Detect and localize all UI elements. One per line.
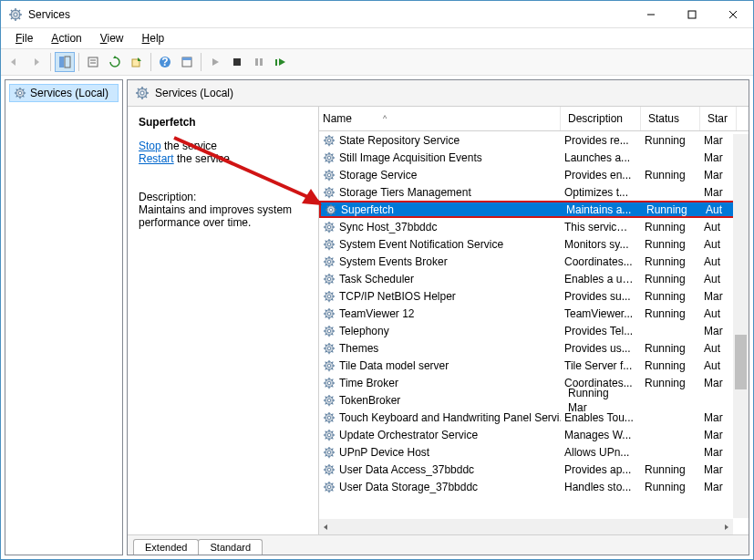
service-icon — [323, 342, 336, 355]
right-heading: Services (Local) — [155, 87, 233, 99]
svg-rect-25 — [255, 58, 258, 66]
service-row[interactable]: Touch Keyboard and Handwriting Panel Ser… — [319, 409, 749, 426]
svg-text:?: ? — [161, 56, 168, 68]
show-hide-action-button[interactable] — [177, 52, 197, 72]
service-name-cell: Task Scheduler — [339, 273, 414, 285]
service-icon — [323, 134, 336, 147]
minimize-button[interactable] — [630, 1, 671, 27]
service-status-cell: Running — [564, 386, 624, 400]
service-icon — [325, 203, 337, 216]
properties-button[interactable] — [83, 52, 103, 72]
close-button[interactable] — [712, 1, 753, 27]
pause-service-button[interactable] — [249, 52, 269, 72]
service-icon — [323, 221, 336, 233]
service-startup-cell: Aut — [700, 341, 737, 356]
stop-link[interactable]: Stop — [139, 140, 161, 152]
svg-rect-14 — [59, 57, 64, 67]
service-desc-cell: Provides ap... — [561, 462, 641, 477]
service-name-cell: UPnP Device Host — [339, 446, 429, 459]
titlebar[interactable]: Services — [1, 1, 753, 28]
service-row[interactable]: Storage Tiers ManagementOptimizes t...Ma… — [319, 183, 749, 201]
service-startup-cell: Mar — [700, 428, 737, 442]
service-row[interactable]: TelephonyProvides Tel...Mar — [319, 322, 749, 339]
service-name-cell: Storage Tiers Management — [339, 186, 471, 199]
service-row[interactable]: User Data Access_37bbddcProvides ap...Ru… — [319, 461, 749, 478]
maximize-button[interactable] — [671, 1, 712, 27]
description-label: Description: — [139, 191, 309, 203]
service-status-cell: Running — [641, 133, 700, 148]
service-row[interactable]: Time BrokerCoordinates...RunningMar — [319, 374, 749, 391]
service-status-cell: Running — [641, 306, 700, 321]
service-row[interactable]: Update Orchestrator ServiceManages W...M… — [319, 426, 749, 443]
services-window: Services File Action View Help ? — [0, 0, 754, 560]
service-row[interactable]: SuperfetchMaintains a...RunningAut — [319, 201, 749, 218]
service-status-cell — [641, 192, 700, 193]
service-desc-cell: Maintains a... — [563, 202, 643, 217]
service-name-cell: TeamViewer 12 — [339, 307, 415, 320]
svg-rect-24 — [233, 58, 241, 66]
svg-rect-16 — [88, 57, 98, 67]
service-row[interactable]: Task SchedulerEnables a us...RunningAut — [319, 270, 749, 287]
service-row[interactable]: TeamViewer 12TeamViewer...RunningAut — [319, 305, 749, 322]
service-icon — [323, 151, 336, 164]
restart-link[interactable]: Restart — [139, 152, 174, 165]
service-row[interactable]: TCP/IP NetBIOS HelperProvides su...Runni… — [319, 287, 749, 305]
service-desc-cell: Allows UPn... — [561, 445, 641, 460]
service-row[interactable]: User Data Storage_37bbddcHandles sto...R… — [319, 478, 749, 495]
service-name-cell: System Event Notification Service — [339, 238, 503, 251]
service-desc-cell: Provides re... — [561, 133, 641, 148]
service-row[interactable]: ThemesProvides us...RunningAut — [319, 339, 749, 357]
service-icon — [323, 325, 336, 337]
service-startup-cell: Aut — [700, 272, 737, 286]
service-row[interactable]: System Event Notification ServiceMonitor… — [319, 235, 749, 253]
service-row[interactable]: Still Image Acquisition EventsLaunches a… — [319, 149, 749, 166]
tab-extended[interactable]: Extended — [133, 539, 199, 555]
stop-service-button[interactable] — [227, 52, 247, 72]
service-icon — [323, 429, 336, 441]
tree-root-item[interactable]: Services (Local) — [9, 84, 119, 102]
service-row[interactable]: Tile Data model serverTile Server f...Ru… — [319, 357, 749, 374]
vertical-scrollbar[interactable] — [733, 134, 749, 518]
description-text: Maintains and improves system performanc… — [139, 203, 309, 229]
service-row[interactable]: Storage ServiceProvides en...RunningMar — [319, 166, 749, 183]
service-status-cell — [641, 330, 700, 332]
start-service-button[interactable] — [205, 52, 225, 72]
selected-service-name: Superfetch — [139, 116, 309, 129]
column-name[interactable]: Name — [319, 107, 561, 130]
service-startup-cell: Mar — [700, 376, 737, 390]
service-status-cell: Running — [641, 254, 700, 269]
service-row[interactable]: State Repository ServiceProvides re...Ru… — [319, 131, 749, 149]
menu-file[interactable]: File — [8, 30, 40, 47]
service-icon — [323, 238, 336, 251]
help-button[interactable]: ? — [155, 52, 175, 72]
menu-action[interactable]: Action — [44, 30, 88, 47]
service-startup-cell: Mar — [700, 289, 737, 304]
service-row[interactable]: System Events BrokerCoordinates...Runnin… — [319, 253, 749, 270]
service-desc-cell: Monitors sy... — [561, 237, 641, 252]
tab-standard[interactable]: Standard — [198, 539, 263, 555]
service-icon — [323, 169, 336, 181]
column-startup[interactable]: Star — [700, 107, 737, 130]
service-icon — [323, 463, 336, 476]
service-list: Name Description Status Star State Repos… — [319, 107, 749, 534]
service-icon — [323, 446, 336, 459]
service-row[interactable]: TokenBrokerRunningMar — [319, 391, 749, 409]
service-startup-cell: Aut — [700, 220, 737, 234]
service-row[interactable]: Sync Host_37bbddcThis service ...Running… — [319, 218, 749, 235]
horizontal-scrollbar[interactable] — [319, 519, 733, 534]
service-row[interactable]: UPnP Device HostAllows UPn...Mar — [319, 443, 749, 461]
service-icon — [323, 255, 336, 268]
show-hide-tree-button[interactable] — [55, 52, 75, 72]
forward-button[interactable] — [26, 52, 46, 72]
menu-view[interactable]: View — [93, 30, 131, 47]
column-status[interactable]: Status — [641, 107, 700, 130]
service-startup-cell: Aut — [700, 237, 737, 252]
back-button[interactable] — [5, 52, 25, 72]
column-description[interactable]: Description — [561, 107, 641, 130]
refresh-button[interactable] — [105, 52, 125, 72]
export-button[interactable] — [127, 52, 147, 72]
menu-help[interactable]: Help — [135, 30, 172, 47]
service-icon — [323, 290, 336, 303]
service-icon — [323, 273, 336, 285]
restart-service-button[interactable] — [271, 52, 291, 72]
